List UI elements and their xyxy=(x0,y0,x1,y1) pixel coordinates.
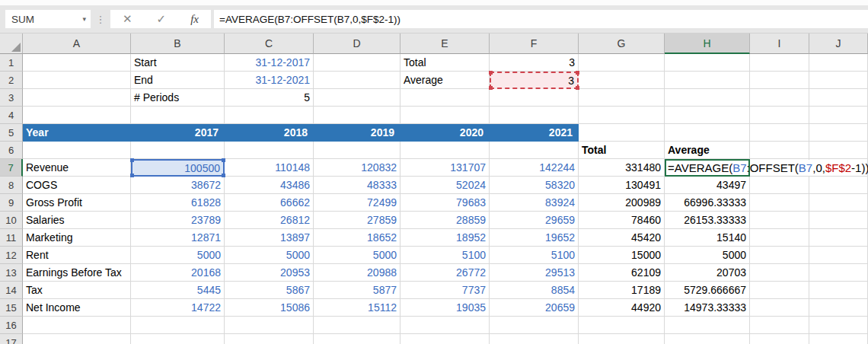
column-header-G[interactable]: G xyxy=(579,33,665,54)
cell-G15[interactable]: 44920 xyxy=(579,299,665,317)
cell-I9[interactable] xyxy=(750,194,809,212)
cell-E10[interactable]: 28859 xyxy=(400,212,490,229)
cell-H14[interactable]: 5729.666667 xyxy=(665,282,750,299)
cell-G8[interactable]: 130491 xyxy=(579,177,665,194)
cell-I14[interactable] xyxy=(750,282,809,299)
row-header-4[interactable]: 4 xyxy=(0,107,23,124)
cell-C3[interactable]: 5 xyxy=(225,89,314,107)
cell-J17[interactable] xyxy=(809,334,868,344)
cell-F16[interactable] xyxy=(490,317,579,334)
cell-J10[interactable] xyxy=(809,212,868,229)
cell-A14[interactable]: Tax xyxy=(23,282,131,299)
cell-A9[interactable]: Gross Profit xyxy=(23,194,131,212)
cell-C17[interactable] xyxy=(225,334,314,344)
column-header-E[interactable]: E xyxy=(400,33,490,54)
cell-H4[interactable] xyxy=(665,107,750,124)
cell-D17[interactable] xyxy=(314,334,400,344)
cell-E15[interactable]: 19035 xyxy=(400,299,490,317)
cell-B17[interactable] xyxy=(131,334,225,344)
cell-B1[interactable]: Start xyxy=(131,54,225,72)
name-box[interactable]: SUM ▾ xyxy=(5,10,91,28)
cell-B5[interactable]: 2017 xyxy=(131,124,225,142)
cell-D9[interactable]: 72499 xyxy=(314,194,400,212)
column-header-B[interactable]: B xyxy=(131,33,225,54)
cell-E13[interactable]: 26772 xyxy=(400,264,490,282)
selection-handle[interactable] xyxy=(130,158,134,162)
cell-F4[interactable] xyxy=(490,107,579,124)
cell-D4[interactable] xyxy=(314,107,400,124)
row-header-13[interactable]: 13 xyxy=(0,264,23,282)
row-header-14[interactable]: 14 xyxy=(0,282,23,299)
cell-J15[interactable] xyxy=(809,299,868,317)
cell-A3[interactable] xyxy=(23,89,131,107)
cell-E3[interactable] xyxy=(400,89,490,107)
cell-H11[interactable]: 15140 xyxy=(665,229,750,247)
cell-B15[interactable]: 14722 xyxy=(131,299,225,317)
cell-G14[interactable]: 17189 xyxy=(579,282,665,299)
cell-G10[interactable]: 78460 xyxy=(579,212,665,229)
formula-bar-input[interactable]: =AVERAGE(B7:OFFSET(B7,0,$F$2-1)) xyxy=(214,10,868,28)
row-header-7[interactable]: 7 xyxy=(0,159,23,177)
column-header-H[interactable]: H xyxy=(665,33,750,54)
cell-G4[interactable] xyxy=(579,107,665,124)
cell-B7[interactable]: 100500 xyxy=(131,159,225,177)
cell-H1[interactable] xyxy=(665,54,750,72)
cell-A7[interactable]: Revenue xyxy=(23,159,131,177)
cell-D6[interactable] xyxy=(314,142,400,159)
cell-G16[interactable] xyxy=(579,317,665,334)
cell-I4[interactable] xyxy=(750,107,809,124)
cell-I17[interactable] xyxy=(750,334,809,344)
cell-J1[interactable] xyxy=(809,54,868,72)
cell-B6[interactable] xyxy=(131,142,225,159)
cell-E14[interactable]: 7737 xyxy=(400,282,490,299)
cell-A15[interactable]: Net Income xyxy=(23,299,131,317)
cell-H10[interactable]: 26153.33333 xyxy=(665,212,750,229)
row-header-15[interactable]: 15 xyxy=(0,299,23,317)
column-header-F[interactable]: F xyxy=(490,33,579,54)
cell-I13[interactable] xyxy=(750,264,809,282)
cell-D2[interactable] xyxy=(314,72,400,89)
cell-C11[interactable]: 13897 xyxy=(225,229,314,247)
column-header-J[interactable]: J xyxy=(809,33,868,54)
cell-C7[interactable]: 110148 xyxy=(225,159,314,177)
cell-C13[interactable]: 20953 xyxy=(225,264,314,282)
cell-A12[interactable]: Rent xyxy=(23,247,131,264)
cell-H5[interactable] xyxy=(665,124,750,142)
cell-G13[interactable]: 62109 xyxy=(579,264,665,282)
cell-C12[interactable]: 5000 xyxy=(225,247,314,264)
cell-F2[interactable]: 3 xyxy=(490,72,579,89)
cell-I12[interactable] xyxy=(750,247,809,264)
cell-G5[interactable] xyxy=(579,124,665,142)
cell-E17[interactable] xyxy=(400,334,490,344)
insert-function-icon[interactable]: fx xyxy=(190,13,199,26)
cell-F15[interactable]: 20659 xyxy=(490,299,579,317)
cell-H8[interactable]: 43497 xyxy=(665,177,750,194)
cell-I15[interactable] xyxy=(750,299,809,317)
cell-F7[interactable]: 142244 xyxy=(490,159,579,177)
cell-B12[interactable]: 5000 xyxy=(131,247,225,264)
cell-B13[interactable]: 20168 xyxy=(131,264,225,282)
cell-J5[interactable] xyxy=(809,124,868,142)
cell-A8[interactable]: COGS xyxy=(23,177,131,194)
cancel-icon[interactable]: ✕ xyxy=(123,12,132,26)
cell-H3[interactable] xyxy=(665,89,750,107)
cell-C10[interactable]: 26812 xyxy=(225,212,314,229)
cell-E9[interactable]: 79683 xyxy=(400,194,490,212)
cell-A16[interactable] xyxy=(23,317,131,334)
row-header-1[interactable]: 1 xyxy=(0,54,23,72)
cell-B4[interactable] xyxy=(131,107,225,124)
row-header-6[interactable]: 6 xyxy=(0,142,23,159)
row-header-5[interactable]: 5 xyxy=(0,124,23,142)
cell-G2[interactable] xyxy=(579,72,665,89)
cell-A5[interactable]: Year xyxy=(23,124,131,142)
cell-C14[interactable]: 5867 xyxy=(225,282,314,299)
column-header-C[interactable]: C xyxy=(225,33,314,54)
cell-A6[interactable] xyxy=(23,142,131,159)
cell-J13[interactable] xyxy=(809,264,868,282)
cell-E11[interactable]: 18952 xyxy=(400,229,490,247)
cell-D3[interactable] xyxy=(314,89,400,107)
cell-A17[interactable] xyxy=(23,334,131,344)
cell-B11[interactable]: 12871 xyxy=(131,229,225,247)
cell-D15[interactable]: 15112 xyxy=(314,299,400,317)
select-all-icon[interactable] xyxy=(11,43,21,52)
